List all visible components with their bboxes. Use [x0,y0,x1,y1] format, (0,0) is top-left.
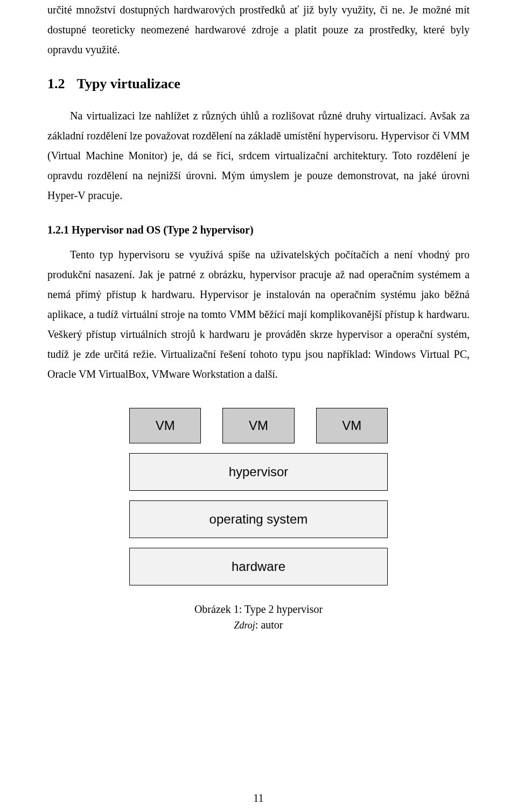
figure-hypervisor-layer: hypervisor [129,453,388,491]
figure-type2-hypervisor: VM VM VM hypervisor operating system har… [129,408,388,633]
page-number: 11 [0,792,517,804]
figure-source-value: : autor [255,619,283,631]
paragraph-sec121: Tento typ hypervisoru se využívá spíše n… [47,245,470,384]
heading-1-2-1: 1.2.1 Hypervisor nad OS (Type 2 hypervis… [47,224,470,236]
figure-vm-box: VM [316,408,388,443]
figure-source-label: Zdroj [234,620,255,631]
paragraph-sec12: Na virtualizaci lze nahlížet z různých ú… [47,106,470,206]
figure-vm-row: VM VM VM [129,408,388,443]
heading-1-2-number: 1.2 [47,76,65,92]
figure-caption: Obrázek 1: Type 2 hypervisor Zdroj: auto… [129,602,388,633]
heading-1-2: 1.2Typy virtualizace [47,76,470,92]
figure-vm-box: VM [222,408,294,443]
figure-os-layer: operating system [129,500,388,538]
page: určité množství dostupných hardwarových … [0,0,517,812]
figure-caption-text: Obrázek 1: Type 2 hypervisor [194,603,323,615]
paragraph-intro: určité množství dostupných hardwarových … [47,0,470,60]
figure-hardware-layer: hardware [129,548,388,585]
figure-vm-box: VM [129,408,201,443]
heading-1-2-title: Typy virtualizace [77,76,180,91]
